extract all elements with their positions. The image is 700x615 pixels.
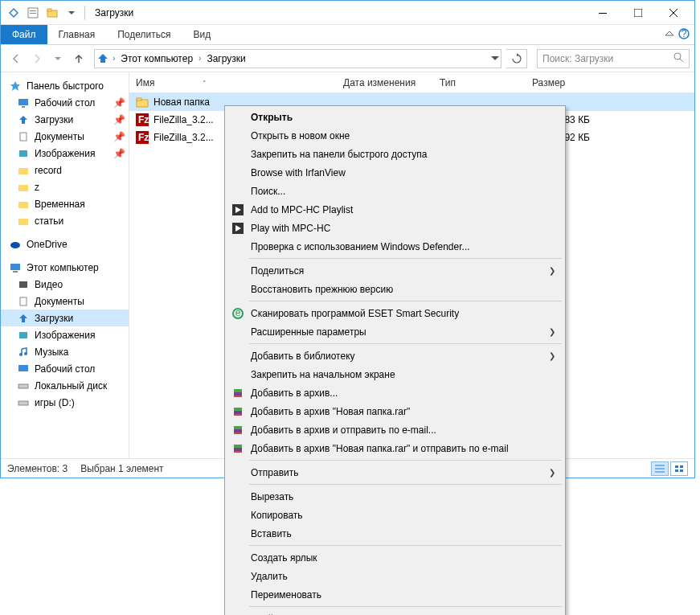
context-menu-item[interactable]: Копировать — [227, 506, 563, 524]
context-menu-item[interactable]: Добавить в библиотеку❯ — [227, 346, 563, 365]
help-icon[interactable]: ? — [678, 28, 690, 42]
context-menu-item[interactable]: Открыть — [227, 108, 563, 126]
svg-rect-34 — [13, 271, 18, 273]
ribbon-expand-icon[interactable] — [665, 29, 673, 40]
folder-icon — [17, 215, 30, 228]
svg-rect-23 — [18, 99, 28, 105]
context-menu-item[interactable]: Добавить в архив "Новая папка.rar" — [227, 402, 563, 420]
drive-icon — [17, 396, 30, 409]
minimize-button[interactable] — [585, 2, 620, 24]
chevron-right-icon: ❯ — [549, 468, 555, 477]
titlebar: Загрузки — [1, 1, 694, 25]
context-menu-item[interactable]: Add to MPC-HC Playlist — [227, 200, 563, 219]
context-menu-label: Поделиться — [251, 265, 304, 277]
view-icons-button[interactable] — [670, 461, 688, 476]
filezilla-icon: Fz — [136, 131, 149, 144]
breadcrumb-current[interactable]: Загрузки — [204, 53, 248, 64]
refresh-button[interactable] — [506, 49, 527, 68]
col-date[interactable]: Дата изменения — [343, 77, 440, 88]
desktop-icon — [17, 363, 30, 375]
nav-recent-dropdown[interactable] — [47, 48, 68, 69]
context-menu-item[interactable]: Восстановить прежнюю версию — [227, 280, 563, 298]
context-menu: ОткрытьОткрыть в новом окнеЗакрепить на … — [224, 105, 566, 615]
context-menu-item[interactable]: Закрепить на панели быстрого доступа — [227, 145, 563, 163]
sidebar-item-downloads-pc[interactable]: Загрузки — [1, 310, 129, 326]
search-box[interactable]: Поиск: Загрузки — [537, 49, 690, 68]
col-name[interactable]: Имя˄ — [136, 77, 343, 88]
svg-rect-41 — [18, 365, 28, 371]
view-switcher — [651, 461, 688, 476]
col-type[interactable]: Тип — [440, 77, 532, 88]
nav-forward-button[interactable] — [27, 48, 47, 69]
context-menu-label: Добавить в библиотеку — [251, 351, 355, 362]
breadcrumb-root[interactable]: Этот компьютер — [118, 53, 195, 64]
pc-icon — [9, 261, 22, 274]
context-menu-item[interactable]: Свойства — [227, 609, 563, 615]
context-menu-item[interactable]: Создать ярлык — [227, 548, 563, 567]
sidebar-item-localdisk[interactable]: Локальный диск — [1, 377, 129, 394]
tab-file[interactable]: Файл — [1, 25, 47, 44]
sidebar-item-games-d[interactable]: игры (D:) — [1, 394, 129, 411]
context-menu-item[interactable]: Вырезать — [227, 487, 563, 506]
sidebar-onedrive[interactable]: OneDrive — [1, 236, 129, 252]
nav-up-button[interactable] — [68, 48, 89, 69]
tab-view[interactable]: Вид — [182, 25, 222, 44]
context-menu-item[interactable]: Расширенные параметры❯ — [227, 322, 563, 341]
address-dropdown-icon[interactable] — [491, 53, 499, 64]
context-menu-item[interactable]: Поделиться❯ — [227, 261, 563, 280]
context-menu-item[interactable]: Удалить — [227, 567, 563, 585]
folder-icon — [17, 198, 30, 211]
context-menu-item[interactable]: Поиск... — [227, 182, 563, 200]
pin-icon: 📌 — [113, 96, 125, 109]
qat-newfolder-icon[interactable] — [43, 3, 62, 23]
sidebar-item-record[interactable]: record — [1, 162, 129, 178]
sidebar-item-desktop-pc[interactable]: Рабочий стол — [1, 360, 129, 377]
search-icon[interactable] — [673, 52, 684, 65]
context-menu-label: Расширенные параметры — [251, 326, 366, 338]
app-icon[interactable] — [4, 3, 23, 23]
context-menu-item[interactable]: Добавить в архив "Новая папка.rar" и отп… — [227, 439, 563, 457]
tab-home[interactable]: Главная — [47, 25, 107, 44]
chevron-right-icon[interactable]: › — [199, 54, 201, 63]
svg-marker-12 — [665, 31, 673, 35]
tab-share[interactable]: Поделиться — [106, 25, 182, 44]
context-menu-item[interactable]: Play with MPC-HC — [227, 219, 563, 237]
context-menu-item[interactable]: Закрепить на начальном экране — [227, 365, 563, 383]
sidebar-item-desktop[interactable]: Рабочий стол📌 — [1, 94, 129, 111]
context-menu-item[interactable]: Вставить — [227, 524, 563, 543]
sidebar-item-videos[interactable]: Видео — [1, 276, 129, 293]
context-menu-item[interactable]: Browse with IrfanView — [227, 163, 563, 182]
sidebar-this-pc[interactable]: Этот компьютер — [1, 259, 129, 276]
context-menu-item[interactable]: Отправить❯ — [227, 463, 563, 482]
context-menu-item[interactable]: Проверка с использованием Windows Defend… — [227, 237, 563, 256]
sidebar-item-articles[interactable]: статьи — [1, 212, 129, 229]
context-menu-item[interactable]: Переименовать — [227, 585, 563, 604]
close-button[interactable] — [656, 2, 691, 24]
sidebar-item-music[interactable]: Музыка — [1, 343, 129, 360]
context-menu-item[interactable]: Открыть в новом окне — [227, 126, 563, 145]
context-menu-item[interactable]: Добавить в архив... — [227, 383, 563, 402]
qat-dropdown-icon[interactable] — [62, 3, 81, 23]
qat-properties-icon[interactable] — [23, 3, 43, 23]
context-menu-item[interactable]: Добавить в архив и отправить по e-mail..… — [227, 420, 563, 439]
address-bar[interactable]: › Этот компьютер › Загрузки — [94, 49, 501, 68]
sidebar-quick-access[interactable]: Панель быстрого — [1, 77, 129, 94]
sidebar-item-pictures[interactable]: Изображения📌 — [1, 145, 129, 162]
sidebar-item-pictures-pc[interactable]: Изображения — [1, 326, 129, 343]
svg-rect-6 — [47, 9, 51, 11]
col-size[interactable]: Размер — [532, 77, 596, 88]
sidebar-item-z[interactable]: z — [1, 178, 129, 195]
context-menu-label: Добавить в архив и отправить по e-mail..… — [251, 424, 436, 436]
svg-marker-17 — [98, 54, 108, 63]
chevron-right-icon[interactable]: › — [113, 54, 115, 63]
sidebar-item-documents[interactable]: Документы📌 — [1, 128, 129, 145]
maximize-button[interactable] — [620, 2, 656, 24]
context-menu-label: Добавить в архив... — [251, 387, 338, 399]
sidebar-item-temp[interactable]: Временная — [1, 195, 129, 212]
view-details-button[interactable] — [651, 461, 669, 476]
ribbon-tabs: Файл Главная Поделиться Вид ? — [1, 25, 694, 45]
context-menu-item[interactable]: eСканировать программой ESET Smart Secur… — [227, 304, 563, 322]
sidebar-item-documents-pc[interactable]: Документы — [1, 293, 129, 310]
nav-back-button[interactable] — [6, 48, 27, 69]
sidebar-item-downloads[interactable]: Загрузки📌 — [1, 111, 129, 128]
